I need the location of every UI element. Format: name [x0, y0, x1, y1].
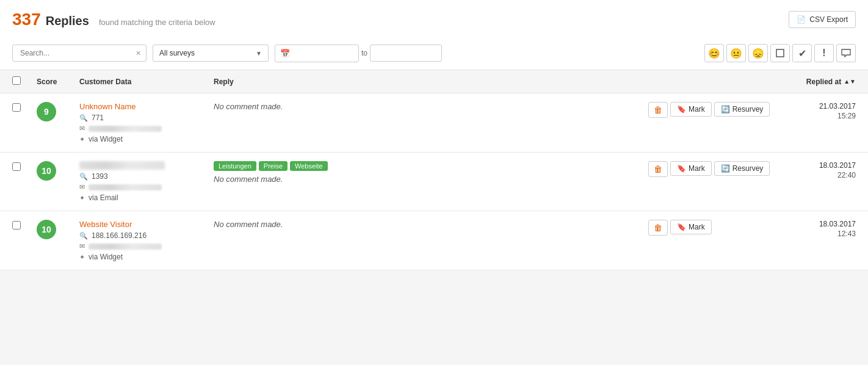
widget-icon: ✦ — [79, 253, 85, 261]
filter-check-button[interactable]: ✔ — [792, 44, 812, 62]
email-icon: ✉ — [79, 183, 85, 191]
table-container: Score Customer Data Reply Replied at ▲▼ … — [0, 70, 868, 270]
date-from-input[interactable] — [292, 49, 353, 57]
table-row: 10 🔍 1393 ✉ ✦ via Email Leistungen Preis… — [0, 153, 868, 211]
tag: Preise — [259, 161, 288, 171]
score-badge: 9 — [37, 102, 56, 121]
header-reply: Reply — [214, 78, 648, 86]
resurvey-label: Resurvey — [732, 105, 764, 114]
search-clear-icon[interactable]: ✕ — [136, 49, 141, 57]
score-badge: 10 — [37, 161, 56, 181]
table-header: Score Customer Data Reply Replied at ▲▼ — [0, 70, 868, 93]
date-col: 18.03.2017 12:43 — [770, 220, 856, 238]
actions-col: 🗑 🔖 Mark 🔄 Resurvey — [648, 102, 770, 118]
page-header: 337 Replies found matching the criteria … — [0, 0, 868, 70]
bookmark-icon: 🔖 — [677, 164, 686, 173]
date-col: 18.03.2017 22:40 — [770, 161, 856, 179]
bookmark-icon: 🔖 — [677, 105, 686, 114]
tags-row: Leistungen Preise Webseite — [214, 161, 642, 171]
search-icon: 🔍 — [79, 114, 88, 122]
replied-at-label: Replied at — [806, 78, 841, 86]
filter-happy-button[interactable]: 😊 — [704, 44, 724, 62]
search-input[interactable] — [18, 45, 136, 61]
row-checkbox[interactable] — [12, 221, 21, 229]
row-checkbox-col — [12, 161, 37, 171]
customer-id: 771 — [92, 114, 104, 122]
resurvey-icon: 🔄 — [721, 164, 730, 173]
date-col: 21.03.2017 15:29 — [770, 102, 856, 120]
reply-text: No comment made. — [214, 102, 642, 111]
customer-id: 188.166.169.216 — [92, 231, 146, 240]
comment-icon — [841, 49, 851, 57]
mark-button[interactable]: 🔖 Mark — [670, 220, 712, 234]
customer-via-detail: ✦ via Widget — [79, 253, 214, 261]
score-col: 9 — [37, 102, 79, 121]
search-icon: 🔍 — [79, 232, 88, 240]
customer-email-blurred — [89, 244, 162, 250]
svg-rect-0 — [776, 49, 784, 57]
delete-button[interactable]: 🗑 — [648, 102, 668, 118]
sort-icon: ▲▼ — [844, 78, 856, 85]
filter-exclamation-button[interactable]: ! — [814, 44, 834, 62]
resurvey-button[interactable]: 🔄 Resurvey — [714, 102, 770, 117]
widget-icon: ✦ — [79, 136, 85, 143]
reply-count-label: Replies — [46, 14, 89, 28]
reply-date: 21.03.2017 — [819, 102, 856, 110]
row-checkbox[interactable] — [12, 162, 21, 171]
score-col: 10 — [37, 161, 79, 181]
reply-count: 337 Replies found matching the criteria … — [12, 10, 215, 29]
customer-id-detail: 🔍 771 — [79, 114, 214, 122]
customer-id-detail: 🔍 188.166.169.216 — [79, 231, 214, 240]
reply-col: Leistungen Preise Webseite No comment ma… — [214, 161, 648, 184]
reply-time: 15:29 — [837, 112, 856, 120]
customer-via: via Email — [89, 193, 118, 202]
reply-count-number: 337 — [12, 10, 41, 29]
filter-sad-button[interactable]: 😞 — [748, 44, 768, 62]
filter-neutral-button[interactable]: 😐 — [726, 44, 746, 62]
row-checkbox-col — [12, 220, 37, 229]
table-row: 9 Unknown Name 🔍 771 ✉ ✦ via Widget No c… — [0, 93, 868, 153]
customer-via: via Widget — [89, 253, 123, 261]
customer-name[interactable]: Website Visitor — [79, 220, 214, 229]
resurvey-button[interactable]: 🔄 Resurvey — [714, 161, 770, 176]
customer-email-blurred — [89, 126, 162, 132]
delete-button[interactable]: 🗑 — [648, 161, 668, 177]
reply-text: No comment made. — [214, 175, 642, 184]
reply-date: 18.03.2017 — [819, 220, 856, 228]
square-icon — [776, 49, 784, 57]
mark-label: Mark — [689, 164, 705, 173]
csv-export-button[interactable]: 📄 CSV Export — [789, 11, 856, 28]
header-replied-at: Replied at ▲▼ — [770, 78, 856, 86]
row-checkbox[interactable] — [12, 103, 21, 112]
customer-via: via Widget — [89, 135, 123, 143]
reply-col: No comment made. — [214, 220, 648, 229]
resurvey-label: Resurvey — [732, 164, 764, 173]
filter-comment-button[interactable] — [836, 44, 856, 62]
customer-via-detail: ✦ via Email — [79, 193, 214, 202]
header-score: Score — [37, 78, 79, 86]
actions-col: 🗑 🔖 Mark — [648, 220, 770, 236]
customer-name[interactable]: Unknown Name — [79, 102, 214, 111]
date-to-wrapper — [370, 45, 442, 62]
bookmark-icon: 🔖 — [677, 223, 686, 231]
select-all-checkbox[interactable] — [12, 76, 21, 85]
survey-select[interactable]: All surveys ▼ — [153, 45, 269, 62]
reply-time: 22:40 — [837, 171, 856, 179]
reply-date: 18.03.2017 — [819, 161, 856, 170]
customer-email-blurred — [89, 184, 162, 190]
customer-id-detail: 🔍 1393 — [79, 172, 214, 181]
resurvey-icon: 🔄 — [721, 105, 730, 114]
email-icon: ✉ — [79, 242, 85, 250]
search-icon: 🔍 — [79, 173, 88, 181]
date-to-input[interactable] — [375, 49, 436, 57]
customer-col: 🔍 1393 ✉ ✦ via Email — [79, 161, 214, 202]
mark-label: Mark — [689, 105, 705, 114]
score-badge: 10 — [37, 220, 56, 239]
score-col: 10 — [37, 220, 79, 239]
mark-button[interactable]: 🔖 Mark — [670, 102, 712, 117]
delete-button[interactable]: 🗑 — [648, 220, 668, 236]
filter-square-button[interactable] — [770, 44, 790, 62]
customer-email-detail: ✉ — [79, 125, 214, 132]
mark-button[interactable]: 🔖 Mark — [670, 161, 712, 176]
calendar-icon: 📅 — [280, 49, 290, 58]
